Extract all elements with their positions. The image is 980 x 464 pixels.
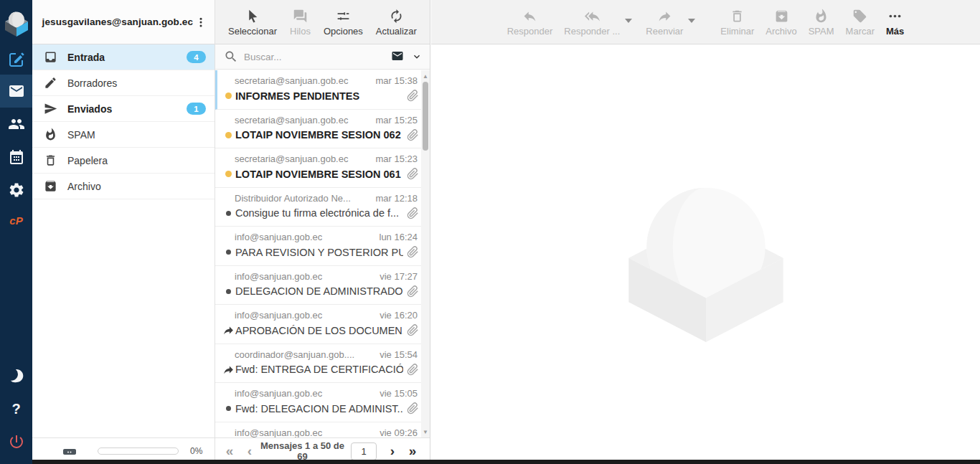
- flame-icon: [814, 8, 829, 24]
- message-date: vie 15:54: [380, 349, 418, 360]
- search-input[interactable]: [244, 52, 387, 62]
- refresh-label: Actualizar: [376, 26, 417, 37]
- search-dropdown-chevron-icon[interactable]: [411, 51, 423, 62]
- cursor-arrow-icon: [245, 8, 260, 24]
- attachment-icon: [403, 402, 419, 415]
- scrollbar-down-arrow[interactable]: ▼: [421, 427, 430, 436]
- attachment-icon: [403, 168, 419, 180]
- ellipsis-icon: [887, 8, 903, 24]
- empty-state-watermark: [616, 164, 796, 344]
- list-scrollbar[interactable]: ▲ ▼: [421, 70, 430, 437]
- reply-all-label: Responder ...: [564, 26, 620, 37]
- message-list-item[interactable]: info@sanjuan.gob.ec lun 16:24 PARA REVIS…: [215, 227, 422, 266]
- message-meta-row: info@sanjuan.gob.ec lun 16:24: [215, 227, 422, 242]
- reply-all-button[interactable]: Responder ...: [561, 5, 623, 39]
- message-sender: secretaria@sanjuan.gob.ec: [235, 115, 369, 126]
- search-scope-mail-icon[interactable]: [390, 49, 407, 64]
- mail-icon: [8, 82, 25, 100]
- scrollbar-up-arrow[interactable]: ▲: [421, 72, 430, 80]
- message-meta-row: secretaria@sanjuan.gob.ec mar 15:25: [215, 110, 422, 126]
- first-page-button[interactable]: «: [220, 441, 240, 461]
- flame-icon: [42, 127, 58, 143]
- contacts-nav-button[interactable]: [0, 108, 32, 141]
- flag-button[interactable]: Marcar: [843, 5, 877, 39]
- message-meta-row: secretaria@sanjuan.gob.ec mar 15:38: [217, 70, 422, 86]
- message-subject-row: APROBACIÓN DE LOS DOCUMEN...: [215, 321, 422, 336]
- message-list-item[interactable]: Distribuidor Autorizado Ne... mar 12:18 …: [215, 188, 422, 227]
- archive-icon: [774, 8, 789, 24]
- next-page-button[interactable]: ›: [382, 441, 402, 461]
- tag-icon: [852, 8, 867, 24]
- message-date: vie 15:05: [380, 388, 418, 399]
- message-status: [221, 406, 235, 411]
- reply-all-dropdown-caret[interactable]: [623, 6, 634, 35]
- message-list-item[interactable]: secretaria@sanjuan.gob.ec mar 15:38 INFO…: [215, 70, 422, 110]
- reply-label: Responder: [507, 26, 553, 37]
- mail-nav-button[interactable]: [0, 75, 32, 108]
- message-list-item[interactable]: coordinador@sanjuan.gob.... vie 15:54 Fw…: [215, 344, 422, 384]
- sidebar-item-entrada[interactable]: Entrada 4: [32, 44, 215, 70]
- sliders-icon: [336, 8, 351, 24]
- page-number-input[interactable]: [351, 442, 377, 460]
- message-list-item[interactable]: secretaria@sanjuan.gob.ec mar 15:25 LOTA…: [215, 110, 422, 149]
- options-button[interactable]: Opciones: [321, 5, 366, 39]
- message-sender: info@sanjuan.gob.ec: [235, 232, 374, 242]
- unread-dot-icon: [225, 171, 232, 177]
- last-page-button[interactable]: »: [402, 441, 423, 461]
- prev-page-button[interactable]: ‹: [240, 441, 260, 461]
- calendar-icon: [8, 148, 25, 166]
- settings-nav-button[interactable]: [0, 174, 32, 207]
- message-list-item[interactable]: info@sanjuan.gob.ec vie 17:27 DELEGACION…: [215, 266, 422, 306]
- forward-button[interactable]: Reenviar: [643, 5, 686, 39]
- message-status: [221, 93, 235, 99]
- caret-down-icon: [625, 19, 632, 23]
- refresh-icon: [389, 8, 404, 24]
- archive-icon: [42, 179, 58, 194]
- delete-button[interactable]: Eliminar: [717, 5, 757, 39]
- pagination-label: Mensajes 1 a 50 de 69: [260, 440, 345, 462]
- sidebar-item-enviados[interactable]: Enviados 1: [32, 96, 215, 122]
- calendar-nav-button[interactable]: [0, 141, 32, 174]
- reply-button[interactable]: Responder: [504, 5, 556, 39]
- dark-mode-moon-icon: [8, 367, 25, 384]
- message-list-item[interactable]: info@sanjuan.gob.ec vie 16:20 APROBACIÓN…: [215, 305, 422, 344]
- message-date: mar 15:25: [375, 115, 418, 126]
- webmail-app: cP ? jesusgavilanes@sanjuan.gob.ec Entra…: [0, 0, 980, 464]
- message-meta-row: secretaria@sanjuan.gob.ec mar 15:23: [215, 148, 422, 164]
- sidebar-item-borradores[interactable]: Borradores: [32, 70, 215, 96]
- message-list-item[interactable]: info@sanjuan.gob.ec vie 09:26: [215, 422, 422, 438]
- message-list-item[interactable]: secretaria@sanjuan.gob.ec mar 15:23 LOTA…: [215, 148, 422, 188]
- refresh-button[interactable]: Actualizar: [373, 5, 420, 39]
- help-button[interactable]: ?: [0, 392, 32, 425]
- message-subject: LOTAIP NOVIEMBRE SESION 062: [235, 129, 403, 141]
- logo-cube-sphere-icon: [4, 7, 29, 37]
- logout-button[interactable]: [0, 425, 32, 458]
- logo-watermark-icon: [616, 164, 796, 344]
- message-subject: PARA REVISION Y POSTERIOR PU...: [235, 247, 403, 258]
- dark-mode-button[interactable]: [0, 359, 32, 392]
- message-sender: secretaria@sanjuan.gob.ec: [235, 75, 369, 86]
- sidebar-item-spam[interactable]: SPAM: [32, 122, 215, 148]
- message-sender: info@sanjuan.gob.ec: [235, 271, 374, 282]
- spam-button[interactable]: SPAM: [806, 5, 837, 39]
- forward-dropdown-caret[interactable]: [686, 6, 697, 35]
- compose-button[interactable]: [0, 44, 32, 75]
- sidebar-item-archivo[interactable]: Archivo: [32, 174, 215, 199]
- scrollbar-thumb[interactable]: [423, 82, 428, 151]
- pencil-icon: [42, 75, 58, 91]
- message-status: [221, 364, 235, 376]
- account-menu-button[interactable]: [193, 13, 209, 32]
- archive-button[interactable]: Archivo: [763, 5, 799, 39]
- folder-pane: jesusgavilanes@sanjuan.gob.ec Entrada 4 …: [32, 0, 215, 464]
- message-list-item[interactable]: info@sanjuan.gob.ec vie 15:05 Fwd: DELEG…: [215, 383, 422, 422]
- reply-all-icon: [585, 8, 600, 24]
- select-button[interactable]: Seleccionar: [225, 5, 280, 39]
- cpanel-button[interactable]: cP: [0, 207, 32, 234]
- delete-label: Eliminar: [720, 26, 754, 37]
- sidebar-item-papelera[interactable]: Papelera: [32, 148, 215, 174]
- threads-button[interactable]: Hilos: [287, 5, 314, 39]
- message-subject: APROBACIÓN DE LOS DOCUMEN...: [235, 325, 403, 336]
- unread-count-badge: 4: [187, 51, 206, 63]
- more-button[interactable]: Más: [883, 5, 907, 39]
- message-subject: Fwd: ENTREGA DE CERTIFICACIÓ...: [235, 364, 403, 375]
